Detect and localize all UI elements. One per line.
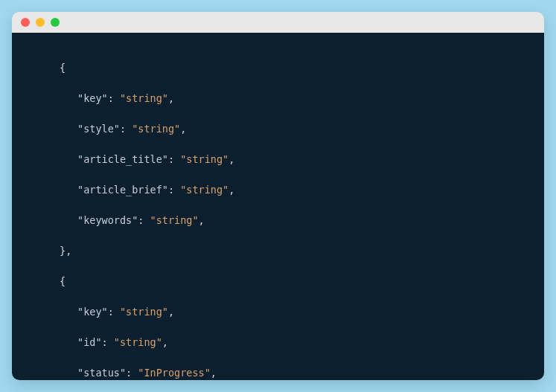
comma: , [199, 214, 205, 226]
comma: , [168, 306, 174, 318]
titlebar [12, 12, 544, 33]
comma: , [162, 336, 168, 348]
close-icon[interactable] [21, 18, 30, 27]
json-key: "keywords" [77, 214, 138, 226]
comma: , [168, 92, 174, 104]
colon: : [138, 214, 150, 226]
brace-close: }, [60, 245, 71, 257]
json-key: "key" [77, 306, 108, 318]
json-key: "article_title" [77, 153, 168, 165]
json-key: "key" [77, 92, 108, 104]
code-area: { "key": "string", "style": "string", "a… [12, 33, 544, 380]
comma: , [180, 123, 186, 135]
colon: : [108, 92, 120, 104]
minimize-icon[interactable] [36, 18, 45, 27]
comma: , [229, 184, 234, 196]
comma: , [211, 367, 217, 379]
comma: , [229, 153, 234, 165]
colon: : [120, 123, 132, 135]
json-value: "InProgress" [138, 367, 211, 379]
json-key: "style" [77, 123, 120, 135]
brace-open: { [60, 62, 65, 74]
json-value: "string" [150, 214, 199, 226]
json-key: "id" [77, 336, 102, 348]
json-value: "string" [180, 153, 229, 165]
json-value: "string" [120, 92, 168, 104]
brace-open: { [60, 275, 65, 287]
json-value: "string" [114, 336, 162, 348]
colon: : [168, 153, 180, 165]
code-window: { "key": "string", "style": "string", "a… [12, 12, 544, 380]
maximize-icon[interactable] [51, 18, 60, 27]
colon: : [168, 184, 180, 196]
json-key: "status" [77, 367, 126, 379]
colon: : [126, 367, 138, 379]
colon: : [108, 306, 120, 318]
json-value: "string" [120, 306, 168, 318]
json-value: "string" [180, 184, 229, 196]
colon: : [102, 336, 114, 348]
json-key: "article_brief" [77, 184, 168, 196]
json-value: "string" [132, 123, 180, 135]
